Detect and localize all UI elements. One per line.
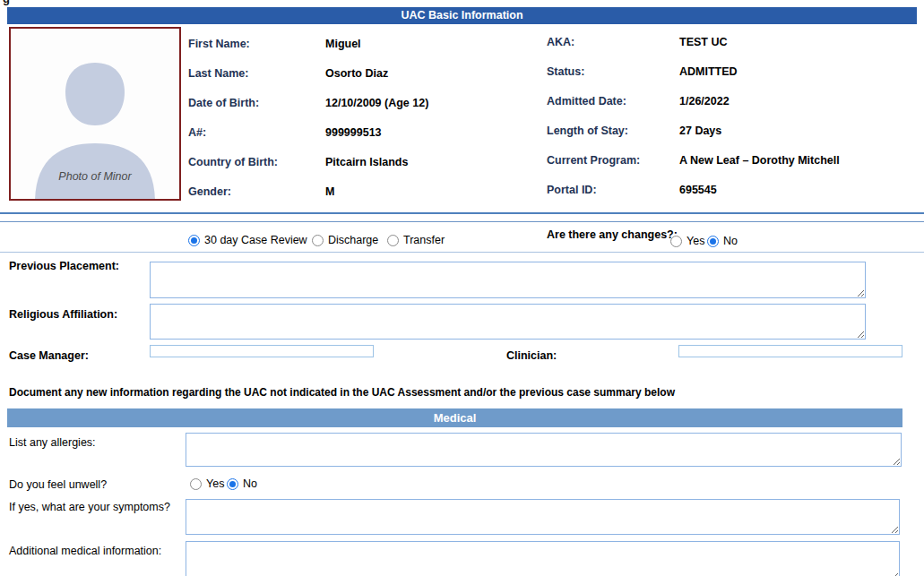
radio-unwell-no[interactable]: No — [227, 477, 257, 490]
allergies-textarea[interactable] — [186, 433, 902, 467]
field-value: 1/26/2022 — [679, 95, 730, 107]
radio-30-day-case-review[interactable]: 30 day Case Review — [188, 234, 307, 246]
field-label: Portal ID: — [547, 184, 679, 196]
field-label: Last Name: — [188, 67, 325, 80]
symptoms-label: If yes, what are your symptoms? — [9, 501, 170, 513]
case-review-page: g UAC Basic Information Photo of Minor F… — [0, 0, 924, 576]
radio-discharge[interactable]: Discharge — [312, 234, 378, 246]
field-label: AKA: — [547, 36, 679, 48]
field-label: A#: — [188, 126, 325, 139]
religious-affiliation-label: Religious Affiliation: — [9, 308, 117, 321]
radio-transfer[interactable]: Transfer — [387, 234, 445, 246]
field-label: Current Program: — [547, 154, 679, 167]
radio-label: Yes — [687, 235, 704, 247]
radio-unwell-yes[interactable]: Yes — [190, 477, 224, 490]
field-label: Status: — [547, 65, 679, 78]
field-label: Gender: — [188, 185, 325, 198]
field-row: Gender:M — [188, 176, 542, 206]
field-value: 999999513 — [325, 126, 382, 139]
field-value: 695545 — [679, 184, 717, 196]
radio-label: Yes — [206, 477, 224, 490]
section-divider — [0, 212, 924, 214]
minor-photo: Photo of Minor — [9, 27, 181, 201]
field-value: Pitcairn Islands — [325, 156, 408, 168]
radio-changes-no[interactable]: No — [707, 235, 738, 247]
allergies-label: List any allergies: — [9, 436, 96, 449]
field-value: M — [325, 185, 334, 198]
field-row: Country of Birth:Pitcairn Islands — [188, 147, 542, 176]
field-label: First Name: — [188, 38, 325, 50]
changes-question-label: Are there any changes?: — [547, 228, 678, 241]
radio-button[interactable] — [227, 478, 238, 490]
field-label: Country of Birth: — [188, 156, 325, 168]
field-row: Current Program:A New Leaf – Dorothy Mit… — [547, 145, 919, 175]
radio-button[interactable] — [190, 478, 202, 490]
religious-affiliation-textarea[interactable] — [150, 304, 866, 340]
additional-medical-label: Additional medical information: — [9, 545, 161, 557]
field-value: 12/10/2009 (Age 12) — [325, 97, 428, 109]
radio-changes-yes[interactable]: Yes — [670, 235, 704, 247]
previous-placement-textarea[interactable] — [150, 262, 866, 298]
basic-info-left-column: First Name:Miguel Last Name:Osorto Diaz … — [188, 29, 542, 206]
field-value: A New Leaf – Dorothy Mitchell — [679, 154, 840, 167]
field-row: Status:ADMITTED — [547, 56, 919, 86]
field-row: A#:999999513 — [188, 117, 542, 147]
instruction-text: Document any new information regarding t… — [9, 386, 675, 399]
field-row: First Name:Miguel — [188, 29, 542, 58]
radio-label: Discharge — [328, 234, 378, 246]
clinician-input[interactable] — [678, 345, 902, 357]
radio-button[interactable] — [312, 235, 324, 246]
field-label: Length of Stay: — [547, 125, 679, 137]
field-row: Date of Birth:12/10/2009 (Age 12) — [188, 88, 542, 117]
field-value: 27 Days — [679, 125, 721, 137]
field-value: Miguel — [325, 38, 361, 50]
additional-medical-textarea[interactable] — [186, 541, 900, 576]
radio-label: No — [243, 477, 257, 490]
field-value: Osorto Diaz — [325, 67, 388, 80]
medical-section-header: Medical — [7, 408, 902, 427]
radio-button[interactable] — [387, 235, 399, 246]
field-label: Date of Birth: — [188, 97, 325, 109]
symptoms-textarea[interactable] — [186, 499, 900, 535]
radio-label: No — [723, 235, 738, 247]
radio-button[interactable] — [670, 236, 682, 247]
section-divider — [0, 252, 924, 253]
radio-label: 30 day Case Review — [204, 234, 307, 246]
radio-button[interactable] — [707, 236, 719, 247]
previous-placement-label: Previous Placement: — [9, 260, 119, 272]
section-divider — [0, 221, 924, 222]
radio-button[interactable] — [188, 235, 200, 246]
field-value: TEST UC — [679, 36, 727, 48]
radio-label: Transfer — [403, 234, 445, 246]
field-row: Last Name:Osorto Diaz — [188, 58, 542, 88]
cropped-text-fragment: g — [3, 0, 10, 5]
field-row: Length of Stay:27 Days — [547, 116, 919, 145]
field-row: Admitted Date:1/26/2022 — [547, 86, 919, 116]
basic-info-right-column: AKA:TEST UC Status:ADMITTED Admitted Dat… — [547, 27, 919, 204]
photo-caption: Photo of Minor — [11, 170, 179, 183]
field-row: Portal ID:695545 — [547, 175, 919, 204]
case-manager-input[interactable] — [150, 345, 374, 357]
field-value: ADMITTED — [679, 65, 738, 78]
case-manager-label: Case Manager: — [9, 349, 89, 362]
unwell-label: Do you feel unwell? — [9, 478, 107, 491]
clinician-label: Clinician: — [506, 349, 557, 362]
field-label: Admitted Date: — [547, 95, 679, 107]
field-row: AKA:TEST UC — [547, 27, 919, 56]
basic-info-header: UAC Basic Information — [7, 7, 917, 24]
